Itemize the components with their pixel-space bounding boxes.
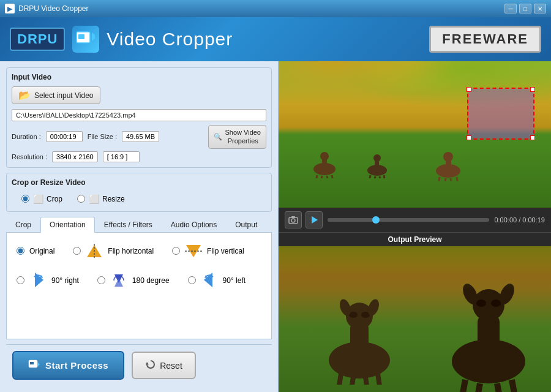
svg-line-51 [365,377,367,385]
flip-v-icon [185,243,202,260]
crop-selection-box[interactable] [467,88,534,140]
magnifier-icon: 🔍 [214,132,222,141]
tab-output[interactable]: Output [226,217,266,232]
video-preview-image [279,61,551,208]
close-button[interactable]: ✕ [534,4,546,13]
handle-tl[interactable] [467,87,471,92]
crop-label: Crop [47,195,62,203]
select-video-label: Select input Video [34,91,94,100]
handle-bl[interactable] [467,135,471,140]
reset-icon [145,359,156,372]
resolution-label: Resolution : [12,153,47,160]
tab-orientation[interactable]: Orientation [40,217,95,233]
seek-thumb[interactable] [372,216,380,224]
app-header: DRPU Video Cropper FREEWARE [0,17,551,61]
main-content: Input Video 📂 Select input Video Duratio… [0,61,551,392]
tabs-container: Crop Orientation Effects / Filters Audio… [6,217,272,339]
svg-line-60 [463,380,465,392]
rot180-radio[interactable] [97,276,105,284]
resolution-value: 3840 x 2160 [52,151,98,162]
file-path-input[interactable] [12,109,266,121]
rot180-icon [110,272,127,289]
rot90r-radio[interactable] [17,276,24,284]
flip-v-radio[interactable] [172,247,180,255]
svg-marker-10 [114,278,123,287]
app-logo-icon [72,26,99,53]
tab-audio[interactable]: Audio Options [162,217,226,232]
original-radio[interactable] [17,247,24,255]
header-left: DRPU Video Cropper [10,26,233,53]
rot90l-option[interactable]: 90° left [188,272,246,289]
svg-line-36 [451,178,452,181]
filesize-value: 49.65 MB [122,131,159,142]
original-label: Original [29,247,54,255]
start-process-button[interactable]: Start Process [12,351,124,380]
flip-v-label: Flip vertical [207,247,244,255]
time-display: 0:00:00 / 0:00:19 [494,216,545,224]
handle-br[interactable] [530,135,535,140]
title-bar-left: ▶ DRPU Video Cropper [5,4,89,13]
rot90r-option[interactable]: 90° right [17,272,79,289]
handle-tr[interactable] [530,87,535,92]
svg-point-39 [291,219,295,222]
deer-3 [429,148,468,181]
rot180-label: 180 degree [132,276,170,285]
tab-crop[interactable]: Crop [6,217,40,232]
filesize-label: File Size : [88,133,117,140]
show-properties-button[interactable]: 🔍 Show Video Properties [208,125,266,149]
crop-resize-section: Crop or Resize Video ⬜ Crop ⬜ Resize [6,173,272,212]
crop-radio[interactable] [21,195,29,203]
duration-label: Duration : [12,133,41,140]
play-button[interactable] [305,211,323,228]
svg-point-26 [373,154,381,162]
select-video-button[interactable]: 📂 Select input Video [12,86,100,104]
svg-line-30 [384,175,385,178]
window-controls: ─ □ ✕ [504,4,546,13]
flip-h-icon [86,243,103,260]
flip-h-option[interactable]: Flip horizontal [73,243,154,260]
input-video-title: Input Video [12,73,266,81]
maximize-button[interactable]: □ [519,4,531,13]
start-icon [28,358,40,372]
minimize-button[interactable]: ─ [504,4,517,13]
svg-marker-14 [37,362,40,367]
tab-effects[interactable]: Effects / Filters [95,217,162,232]
play-icon [310,216,318,224]
play-controls [285,211,323,228]
rot90l-radio[interactable] [188,276,196,284]
svg-marker-1 [92,32,95,41]
video-preview [279,61,551,208]
window-title: DRPU Video Cropper [18,4,89,13]
reset-label: Reset [160,361,182,371]
screenshot-button[interactable] [285,211,302,228]
video-info-row: Duration : 00:00:19 File Size : 49.65 MB… [12,125,266,149]
seek-bar[interactable] [328,218,489,222]
reset-button[interactable]: Reset [132,352,196,379]
start-process-icon [28,358,40,371]
svg-point-33 [443,152,453,162]
svg-line-27 [369,175,370,178]
resize-option[interactable]: ⬜ Resize [77,194,125,204]
svg-rect-40 [291,216,295,218]
output-preview-video [279,246,551,393]
resize-radio[interactable] [77,195,85,203]
flip-h-radio[interactable] [73,247,81,255]
svg-rect-15 [30,362,34,364]
show-props-label: Show Video Properties [225,128,261,146]
crop-option[interactable]: ⬜ Crop [21,194,62,204]
reset-icon-svg [145,359,156,370]
resolution-row: Resolution : 3840 x 2160 [ 16:9 ] [12,151,266,162]
app-title: Video Cropper [107,29,233,50]
flip-v-option[interactable]: Flip vertical [172,243,244,260]
aspect-ratio-value: [ 16:9 ] [103,151,140,162]
duration-value: 00:00:19 [46,131,83,142]
crop-overlay [468,89,533,138]
foliage-overlay [279,246,551,290]
left-panel: Input Video 📂 Select input Video Duratio… [0,61,279,392]
rot90r-icon [29,272,47,289]
orientation-row-2: 90° right 180 degree [17,272,261,289]
rot180-option[interactable]: 180 degree [97,272,170,289]
output-preview-label: Output Preview [388,235,441,244]
output-scene [279,246,551,393]
original-option[interactable]: Original [17,247,54,255]
